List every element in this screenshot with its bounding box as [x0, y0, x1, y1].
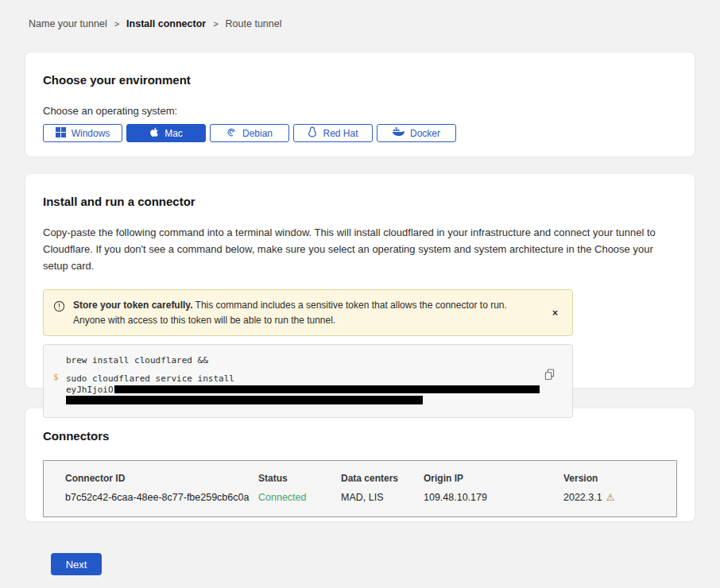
docker-icon — [393, 127, 405, 139]
os-button-label: Debian — [242, 128, 273, 139]
breadcrumb-separator: > — [114, 19, 119, 29]
connector-id-value: b7c52c42-6caa-48ee-8c77-fbe259cb6c0a — [65, 492, 258, 503]
redhat-icon — [308, 126, 317, 140]
os-button-group: Windows Mac Debian — [43, 124, 677, 142]
breadcrumb-name-your-tunnel[interactable]: Name your tunnel — [29, 18, 107, 29]
header-data-centers: Data centers — [341, 473, 424, 484]
main-content: Choose your environment Choose an operat… — [25, 52, 695, 575]
copy-icon[interactable] — [544, 369, 555, 383]
token-redaction-bar — [114, 385, 540, 393]
table-row: b7c52c42-6caa-48ee-8c77-fbe259cb6c0a Con… — [65, 492, 676, 503]
os-button-mac[interactable]: Mac — [126, 124, 206, 142]
alert-circle-icon — [53, 300, 65, 317]
status-badge: Connected — [258, 492, 341, 503]
os-button-label: Docker — [410, 128, 440, 139]
code-line-token-continued — [66, 395, 540, 404]
code-line-token: eyJhIjoiO — [66, 385, 540, 394]
token-prefix: eyJhIjoiO — [66, 385, 114, 395]
choose-environment-card: Choose your environment Choose an operat… — [25, 52, 695, 157]
install-description: Copy-paste the following command into a … — [43, 224, 677, 274]
os-button-debian[interactable]: Debian — [210, 124, 289, 142]
install-connector-title: Install and run a connector — [43, 195, 677, 208]
warning-triangle-icon: ⚠ — [606, 492, 615, 503]
install-connector-card: Install and run a connector Copy-paste t… — [25, 173, 695, 389]
header-status: Status — [258, 473, 341, 484]
breadcrumb-install-connector[interactable]: Install connector — [126, 18, 206, 29]
connectors-title: Connectors — [43, 429, 677, 443]
code-line-brew-install: brew install cloudflared && — [66, 355, 540, 366]
next-button[interactable]: Next — [51, 553, 102, 575]
version-value: 2022.3.1 ⚠ — [563, 492, 676, 503]
header-connector-id: Connector ID — [65, 473, 258, 484]
os-select-label: Choose an operating system: — [43, 105, 677, 117]
os-button-windows[interactable]: Windows — [43, 124, 122, 142]
connectors-table: Connector ID Status Data centers Origin … — [43, 460, 677, 517]
debian-icon — [226, 127, 237, 140]
close-icon[interactable]: × — [549, 306, 561, 320]
os-button-label: Red Hat — [323, 128, 358, 139]
install-command-code-block: $ brew install cloudflared && sudo cloud… — [43, 344, 573, 418]
data-centers-value: MAD, LIS — [341, 492, 424, 503]
breadcrumb-separator: > — [213, 19, 218, 29]
apple-icon — [149, 126, 159, 140]
breadcrumb-route-tunnel[interactable]: Route tunnel — [226, 18, 282, 29]
os-button-label: Windows — [72, 128, 110, 139]
code-line-service-install: sudo cloudflared service install — [66, 373, 540, 384]
os-button-label: Mac — [165, 128, 183, 139]
windows-icon — [56, 127, 66, 140]
connectors-card: Connectors Connector ID Status Data cent… — [25, 408, 695, 522]
token-warning-banner: Store your token carefully. This command… — [43, 289, 573, 336]
header-origin-ip: Origin IP — [424, 473, 563, 484]
header-version: Version — [563, 473, 676, 484]
origin-ip-value: 109.48.10.179 — [424, 492, 563, 503]
choose-environment-title: Choose your environment — [43, 73, 677, 87]
breadcrumb: Name your tunnel > Install connector > R… — [0, 0, 720, 29]
shell-prompt: $ — [53, 372, 59, 382]
token-redaction-bar — [66, 396, 423, 404]
version-number: 2022.3.1 — [563, 492, 602, 503]
token-warning-bold: Store your token carefully. — [73, 300, 193, 311]
table-header-row: Connector ID Status Data centers Origin … — [65, 473, 676, 484]
token-warning-text: Store your token carefully. This command… — [73, 298, 541, 327]
os-button-redhat[interactable]: Red Hat — [293, 124, 373, 142]
os-button-docker[interactable]: Docker — [377, 124, 456, 142]
